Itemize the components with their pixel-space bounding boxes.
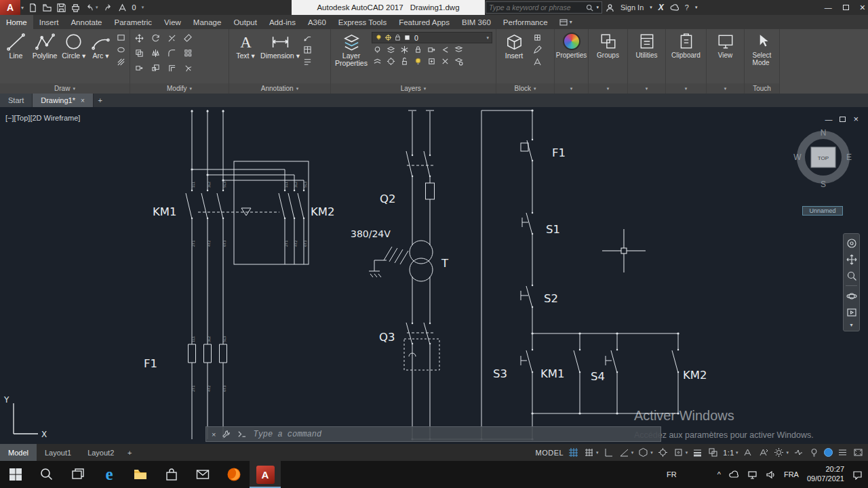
app-menu-caret-icon[interactable]: ▾ <box>21 0 24 15</box>
panel-label-layers[interactable]: Layers▾ <box>331 83 496 94</box>
hidden-icons-chevron[interactable]: ^ <box>717 470 721 479</box>
tab-output[interactable]: Output <box>227 15 263 29</box>
tab-home[interactable]: Home <box>0 15 33 29</box>
tab-view[interactable]: View <box>158 15 187 29</box>
text-button[interactable]: A Text ▾ <box>231 30 260 83</box>
search-caret-icon[interactable]: ▾ <box>596 5 599 10</box>
layer-match-tool-icon[interactable] <box>426 45 437 55</box>
layer-unlock-tool-icon[interactable] <box>399 56 410 66</box>
edit-block-tool-icon[interactable] <box>532 45 542 55</box>
properties-button[interactable]: Properties <box>557 30 586 83</box>
snap-caret-icon[interactable]: ▾ <box>596 450 599 455</box>
file-tab-start[interactable]: Start <box>0 94 33 107</box>
pan-icon[interactable] <box>845 253 858 266</box>
firefox-button[interactable] <box>218 461 250 488</box>
autocad-taskbar-button[interactable]: A <box>250 461 281 488</box>
panel-label-draw[interactable]: Draw▾ <box>0 83 130 94</box>
lineweight-icon[interactable] <box>692 447 703 458</box>
showmotion-icon[interactable] <box>845 306 858 319</box>
start-button[interactable] <box>0 461 31 488</box>
layer-merge-tool-icon[interactable] <box>426 56 437 66</box>
new-file-icon[interactable] <box>28 3 37 12</box>
open-file-icon[interactable] <box>43 3 52 12</box>
command-close-icon[interactable]: × <box>212 430 216 439</box>
panel-label-annotation[interactable]: Annotation▾ <box>229 83 330 94</box>
table-tool-icon[interactable] <box>302 45 313 55</box>
taskbar-search-button[interactable] <box>31 461 62 488</box>
command-input[interactable] <box>253 430 655 439</box>
file-tab-drawing1[interactable]: Drawing1* × <box>33 94 94 107</box>
annotation-monitor-icon[interactable] <box>793 447 804 458</box>
clipboard-button[interactable]: Clipboard <box>668 30 704 83</box>
polar-caret-icon[interactable]: ▾ <box>631 450 634 455</box>
array-tool-icon[interactable] <box>182 48 193 58</box>
layer-thaw-tool-icon[interactable] <box>385 56 396 66</box>
volume-icon[interactable] <box>766 470 776 480</box>
panel-label-modify[interactable]: Modify▾ <box>130 83 229 94</box>
isodraft-icon[interactable] <box>637 447 649 458</box>
isodraft-caret-icon[interactable]: ▾ <box>650 450 653 455</box>
insert-block-button[interactable]: Insert <box>498 30 530 83</box>
layer-dropdown[interactable]: 0 ▾ <box>372 32 492 43</box>
drawing-canvas[interactable]: KM1 KM2 F1 Q2 380/24V T Q3 F1 S1 S2 S3 K… <box>0 107 868 444</box>
scale-caret-icon[interactable]: ▾ <box>736 450 738 455</box>
explode-tool-icon[interactable] <box>182 63 193 73</box>
hatch-tool-icon[interactable] <box>115 57 126 67</box>
viewcube-west-label[interactable]: W <box>793 152 802 162</box>
panel-label-utilities[interactable]: ▾ <box>628 83 665 94</box>
navbar-more-icon[interactable]: ▾ <box>850 322 852 328</box>
layer-prev-tool-icon[interactable] <box>439 45 450 55</box>
close-button[interactable]: × <box>860 2 865 13</box>
mirror-tool-icon[interactable] <box>150 48 161 58</box>
qat-layer-value[interactable]: 0 <box>132 3 136 12</box>
copy-tool-icon[interactable] <box>134 48 144 58</box>
tab-manage[interactable]: Manage <box>187 15 228 29</box>
select-mode-button[interactable]: SelectMode <box>747 30 777 83</box>
sign-in-link[interactable]: Sign In <box>620 3 644 12</box>
edge-button[interactable]: e <box>94 461 125 488</box>
onedrive-cloud-icon[interactable] <box>729 470 739 480</box>
annotation-scale-value[interactable]: 1:1 <box>723 449 734 457</box>
language-indicator-short[interactable]: FR <box>667 470 677 479</box>
file-tab-close-icon[interactable]: × <box>81 97 85 104</box>
tab-insert[interactable]: Insert <box>33 15 65 29</box>
tab-layout1[interactable]: Layout1 <box>37 444 79 461</box>
redo-icon[interactable] <box>104 3 113 12</box>
arc-button[interactable]: Arc ▾ <box>88 30 113 83</box>
command-customize-icon[interactable] <box>222 430 231 439</box>
isolate-objects-icon[interactable] <box>808 447 820 458</box>
viewcube-east-label[interactable]: E <box>846 152 852 162</box>
exchange-apps-icon[interactable]: X <box>658 3 664 12</box>
mail-button[interactable] <box>187 461 218 488</box>
offset-tool-icon[interactable] <box>166 63 177 73</box>
polar-tracking-icon[interactable] <box>618 447 630 458</box>
tab-layout2[interactable]: Layout2 <box>79 444 122 461</box>
qat-caret-icon[interactable]: ▾ <box>142 5 144 10</box>
fillet-tool-icon[interactable] <box>166 48 177 58</box>
panel-label-block[interactable]: Block▾ <box>496 83 554 94</box>
language-indicator[interactable]: FRA <box>784 470 799 479</box>
ribbon-display-toggle[interactable]: ▾ <box>554 15 578 29</box>
clean-screen-icon[interactable] <box>852 447 864 458</box>
undo-icon[interactable]: ▾ <box>85 3 98 12</box>
maximize-button[interactable] <box>843 5 849 10</box>
search-icon[interactable] <box>586 4 593 12</box>
move-tool-icon[interactable] <box>134 33 144 43</box>
workspace-caret-icon[interactable]: ▾ <box>786 450 789 455</box>
graphics-performance-icon[interactable] <box>824 448 833 457</box>
help-icon[interactable]: ? <box>685 3 689 12</box>
rectangle-tool-icon[interactable] <box>115 33 126 43</box>
plot-icon[interactable] <box>71 3 80 12</box>
network-icon[interactable] <box>747 470 757 480</box>
cloud-icon[interactable] <box>670 3 679 12</box>
tab-annotate[interactable]: Annotate <box>64 15 108 29</box>
layer-current-tool-icon[interactable] <box>453 56 464 66</box>
zoom-icon[interactable] <box>845 269 858 282</box>
panel-label-view[interactable]: ▾ <box>707 83 744 94</box>
attribute-tool-icon[interactable] <box>532 57 542 67</box>
tab-express-tools[interactable]: Express Tools <box>332 15 393 29</box>
layer-delete-tool-icon[interactable] <box>439 56 450 66</box>
utilities-button[interactable]: Utilities <box>630 30 663 83</box>
mtext-tool-icon[interactable] <box>302 57 313 67</box>
ucs-icon[interactable]: Y X <box>3 395 47 439</box>
